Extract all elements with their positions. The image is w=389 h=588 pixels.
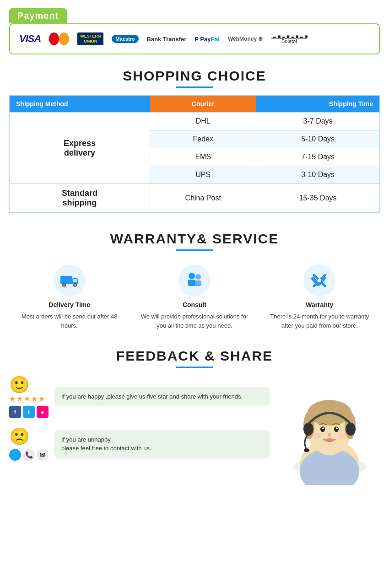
stars-row: ★ ★ ★ ★ ★ (9, 394, 49, 403)
delivery-time-desc: Most orders will be send out after 48 ho… (14, 312, 125, 330)
svg-point-4 (63, 284, 65, 286)
standard-shipping-label: Standardshipping (10, 184, 150, 213)
warranty-card: Warranty There is 24 month for you to wa… (259, 260, 380, 334)
svg-point-6 (74, 284, 76, 286)
time-chinapost: 15-35 Days (256, 184, 380, 213)
svg-rect-2 (73, 279, 77, 282)
maestro-logo: Maestro (112, 35, 138, 43)
social-icons: f t ● (9, 406, 49, 418)
feedback-title: FEEDBACK & SHARE (9, 348, 380, 364)
courier-ups: UPS (150, 166, 256, 184)
svg-point-26 (334, 426, 339, 432)
svg-point-34 (312, 433, 321, 438)
warranty-title-label: Warranty (264, 301, 375, 308)
th-courier: Courier (150, 96, 256, 113)
mastercard-logo (49, 32, 69, 45)
svg-point-31 (303, 423, 313, 436)
consult-desc: We will provide professional solutions f… (139, 312, 250, 330)
svg-rect-0 (60, 276, 72, 284)
warranty-cards: Delivery Time Most orders will be send o… (9, 260, 380, 334)
webmoney-logo: WebMoney ⊕ (228, 36, 263, 42)
delivery-time-card: Delivery Time Most orders will be send o… (9, 260, 130, 334)
webmoney-card: WebMoney ⊕ (228, 31, 263, 47)
svg-point-33 (304, 448, 309, 452)
bank-transfer-label: Bank Transfer (147, 36, 187, 43)
facebook-icon: f (9, 406, 21, 418)
flickr-icon: ● (37, 406, 49, 418)
feedback-left: 🙂 ★ ★ ★ ★ ★ f t ● If you are happy ,plea… (9, 375, 270, 470)
star-2: ★ (16, 394, 23, 403)
shipping-table: Shipping Method Courier Shipping Time Ex… (9, 95, 380, 213)
shopping-underline (176, 86, 213, 88)
star-3: ★ (24, 394, 30, 403)
time-fedex: 5-10 Days (256, 130, 380, 148)
courier-dhl: DHL (150, 113, 256, 130)
maestro-card: Maestro (112, 31, 138, 47)
unhappy-face: 🙁 (9, 427, 29, 446)
unhappy-feedback-row: 🙁 🌐 📞 ✉ If you are unhappy,please feel f… (9, 427, 270, 461)
star-4: ★ (31, 394, 38, 403)
table-row: Expressdelivery DHL 3-7 Days (10, 113, 380, 130)
svg-point-30 (325, 438, 334, 442)
time-ems: 7-15 Days (256, 148, 380, 166)
svg-point-29 (328, 433, 331, 437)
svg-point-10 (195, 274, 201, 280)
delivery-icon (54, 264, 86, 297)
svg-rect-9 (188, 280, 195, 286)
star-1: ★ (9, 394, 16, 403)
contact-icons: 🌐 📞 ✉ (9, 449, 49, 461)
phone-icon: 📞 (23, 449, 35, 461)
consult-icon (178, 264, 211, 297)
th-shipping-time: Shipping Time (256, 96, 380, 113)
payment-badge: Payment (9, 8, 67, 23)
svg-point-8 (189, 273, 195, 279)
globe-icon: 🌐 (9, 449, 21, 461)
courier-fedex: Fedex (150, 130, 256, 148)
svg-point-16 (318, 279, 321, 282)
western-union-card: WESTERNUNION (77, 31, 103, 47)
happy-face: 🙂 (9, 375, 29, 394)
happy-message-bubble: If you are happy ,please give us five st… (54, 387, 270, 407)
svg-point-28 (336, 427, 338, 429)
table-row: Standardshipping China Post 15-35 Days (10, 184, 380, 213)
star-5: ★ (38, 394, 45, 403)
feedback-section: FEEDBACK & SHARE 🙂 ★ ★ ★ ★ ★ f t (0, 339, 389, 490)
paypal-card: P PayPal (194, 31, 220, 47)
delivery-time-title: Delivery Time (14, 301, 125, 308)
happy-emoji: 🙂 ★ ★ ★ ★ ★ f t ● (9, 375, 49, 418)
svg-point-32 (346, 423, 356, 436)
time-dhl: 3-7 Days (256, 113, 380, 130)
bank-transfer-card: Bank Transfer (147, 31, 187, 47)
th-shipping-method: Shipping Method (10, 96, 150, 113)
shopping-section: SHOPPING CHOICE Shipping Method Courier … (0, 59, 389, 217)
warranty-title: WARRANTY& SERVICE (9, 231, 380, 247)
twitter-icon: t (23, 406, 35, 418)
feedback-underline (176, 367, 213, 368)
svg-point-25 (320, 426, 325, 432)
consult-card: Consult We will provide professional sol… (134, 260, 254, 334)
customer-service-image (284, 375, 375, 485)
courier-chinapost: China Post (150, 184, 256, 213)
shopping-title: SHOPPING CHOICE (9, 68, 380, 84)
visa-logo: VISA (19, 33, 41, 45)
express-delivery-label: Expressdelivery (10, 113, 150, 184)
payment-section: Payment VISA WESTERNUNION Maestro Bank T… (0, 0, 389, 59)
visa-card: VISA (19, 31, 41, 47)
unhappy-message-bubble: If you are unhappy,please feel free to c… (54, 430, 270, 459)
consult-title: Consult (139, 301, 250, 308)
warranty-section: WARRANTY& SERVICE (0, 217, 389, 339)
mastercard-card (49, 31, 69, 47)
svg-point-35 (338, 433, 347, 438)
happy-feedback-row: 🙂 ★ ★ ★ ★ ★ f t ● If you are happy ,plea… (9, 375, 270, 418)
email-icon: ✉ (37, 449, 49, 461)
svg-rect-11 (195, 281, 201, 286)
warranty-tools-icon (303, 264, 335, 297)
time-ups: 3-10 Days (256, 166, 380, 184)
warranty-underline (176, 249, 213, 251)
svg-point-27 (322, 427, 324, 429)
warranty-desc: There is 24 month for you to warranty af… (264, 312, 375, 330)
payment-cards-box: VISA WESTERNUNION Maestro Bank Transfer … (9, 23, 380, 54)
western-union-logo: WESTERNUNION (77, 32, 103, 45)
courier-ems: EMS (150, 148, 256, 166)
boletol-logo: ▁▃▁▅▁▃▁▅▁▃▁▅▁▃▁▅ Boletol (271, 34, 307, 44)
